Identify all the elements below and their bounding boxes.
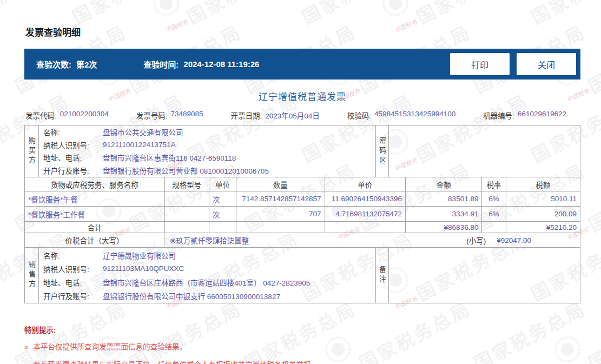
buyer-fields: 名称: 盘锦市公共交通有限公司 纳税人识别号: 9121110012241375…: [39, 125, 375, 177]
invoice-checksum-value: 45984515313425994100: [374, 110, 455, 121]
check-count: 查验次数: 第2次: [36, 58, 97, 70]
notice-title: 特别提示:: [24, 324, 580, 335]
check-count-label: 查验次数:: [36, 58, 71, 70]
seller-section: 销售方 名称: 辽宁德晟物业有限公司 纳税人识别号: 91211103MA10Q…: [24, 247, 580, 303]
page-title: 发票查验明细: [25, 25, 580, 38]
col-header-price: 单价: [325, 177, 405, 191]
seller-side-label: 销售方: [25, 248, 39, 303]
verification-toolbar: 查验次数: 第2次 查验时间: 2024-12-08 11:19:26 打印 关…: [24, 49, 580, 80]
invoice-date-label: 开票日期:: [231, 110, 262, 121]
buyer-section: 购买方 名称: 盘锦市公共交通有限公司 纳税人识别号: 912111001224…: [24, 125, 580, 177]
remark-label: 备注: [375, 248, 389, 303]
invoice-title: 辽宁增值税普通发票: [24, 89, 580, 103]
grand-total-figures-value: ¥92047.00: [497, 236, 531, 244]
item-row: *餐饮服务*工作餐 次 707 4.716981132075472 3334.9…: [25, 207, 580, 222]
buyer-name-row: 名称: 盘锦市公共交通有限公司: [43, 125, 375, 138]
check-count-value: 第2次: [76, 58, 97, 70]
special-notices: 特别提示: » 本平台仅提供所查询发票票面信息的查验结果。 » 若发现发票查验结…: [24, 324, 580, 364]
grand-total-row: 价税合计（大写） ⊗玖万贰仟零肆拾柒圆整 (小写) ¥92047.00: [24, 233, 580, 248]
item-row: *餐饮服务*午餐 次 7142.857142857142857 11.69026…: [25, 191, 580, 207]
print-button[interactable]: 打印: [450, 53, 510, 75]
seller-fields: 名称: 辽宁德晟物业有限公司 纳税人识别号: 91211103MA10QPUXX…: [39, 248, 375, 303]
total-tax: ¥5210.20: [506, 222, 580, 233]
seller-name-row: 名称: 辽宁德晟物业有限公司: [43, 248, 375, 262]
total-label: 合计: [25, 222, 165, 233]
grand-total-figures: (小写) ¥92047.00: [466, 235, 580, 246]
invoice-code-value: 021002200304: [60, 110, 109, 121]
notice-item: » 本平台仅提供所查询发票票面信息的查验结果。: [24, 341, 580, 352]
items-total-row: 合计 ¥86836.80 ¥5210.20: [25, 222, 580, 233]
invoice-meta-row: 发票代码: 021002200304 发票号码: 73489085 开票日期: …: [25, 110, 566, 121]
toolbar-buttons: 打印 关闭: [450, 53, 576, 75]
buyer-taxid-row: 纳税人识别号: 91211100122413751A: [43, 138, 375, 151]
buyer-bank-row: 开户行及账号: 盘锦银行股份有限公司营业部 08100012010006705: [43, 164, 375, 177]
col-header-qty: 数量: [236, 177, 325, 191]
items-table: 货物或应税劳务、服务名称 规格型号 单位 数量 单价 金额 税率 税额 *餐饮服…: [24, 177, 580, 233]
seller-taxid-row: 纳税人识别号: 91211103MA10QPUXXC: [43, 262, 375, 275]
seller-bank-row: 开户行及账号: 盘锦银行股份有限公司中银支行 66005013090001382…: [43, 289, 375, 302]
invoice-code-label: 发票代码:: [25, 110, 57, 121]
notice-marker: »: [24, 361, 29, 364]
invoice-number: 发票号码: 73489085: [136, 110, 203, 121]
check-time: 查验时间: 2024-12-08 11:19:26: [143, 58, 259, 70]
col-header-amount: 金额: [406, 177, 482, 191]
password-area: [389, 125, 580, 177]
machine-number: 机器编号: 661029619622: [483, 110, 566, 121]
invoice-number-label: 发票号码:: [136, 110, 168, 121]
col-header-rate: 税率: [482, 177, 506, 191]
invoice-code: 发票代码: 021002200304: [25, 110, 109, 121]
check-time-value: 2024-12-08 11:19:26: [183, 59, 259, 69]
invoice-date-value: 2023年05月04日: [265, 110, 320, 121]
grand-total-figures-label: (小写): [466, 235, 486, 246]
check-time-label: 查验时间:: [143, 58, 179, 70]
seller-address-row: 地址、电话: 盘锦市兴隆台区庄林路西（市客运站四楼401室） 0427-2823…: [43, 275, 375, 289]
watermark-text: 国家税务总局: [583, 294, 601, 364]
col-header-spec: 规格型号: [164, 177, 209, 191]
notice-marker: »: [24, 343, 29, 351]
watermark-text: 国家税务总局: [583, 156, 601, 237]
machine-number-label: 机器编号:: [483, 110, 514, 121]
notice-item: » 若发现发票查验结果与实际交易不符，任何单位或个人有权拒收并向当地税务机关举报…: [24, 359, 580, 364]
items-header-row: 货物或应税劳务、服务名称 规格型号 单位 数量 单价 金额 税率 税额: [25, 177, 580, 191]
invoice-checksum-label: 校验码:: [347, 110, 371, 121]
machine-number-value: 661029619622: [518, 110, 566, 121]
password-area-label: 密码区: [375, 125, 389, 177]
grand-total-label: 价税合计（大写）: [25, 233, 164, 247]
total-amount: ¥86836.80: [406, 222, 482, 233]
invoice-number-value: 73489085: [171, 110, 203, 121]
col-header-tax: 税额: [506, 177, 580, 191]
buyer-address-row: 地址、电话: 盘锦市兴隆台区惠宾街116 0427-6590118: [43, 151, 375, 164]
invoice-verification-page: 发票查验明细 查验次数: 第2次 查验时间: 2024-12-08 11:19:…: [24, 0, 580, 364]
remark-area: [389, 248, 580, 303]
buyer-side-label: 购买方: [25, 125, 39, 177]
close-button[interactable]: 关闭: [517, 53, 576, 75]
col-header-name: 货物或应税劳务、服务名称: [25, 177, 165, 191]
watermark-text: 国家税务总局: [583, 17, 601, 98]
col-header-unit: 单位: [209, 177, 236, 191]
invoice-date: 开票日期: 2023年05月04日: [231, 110, 320, 121]
grand-total-words: ⊗玖万贰仟零肆拾柒圆整: [164, 235, 249, 246]
invoice-checksum: 校验码: 45984515313425994100: [347, 110, 455, 121]
